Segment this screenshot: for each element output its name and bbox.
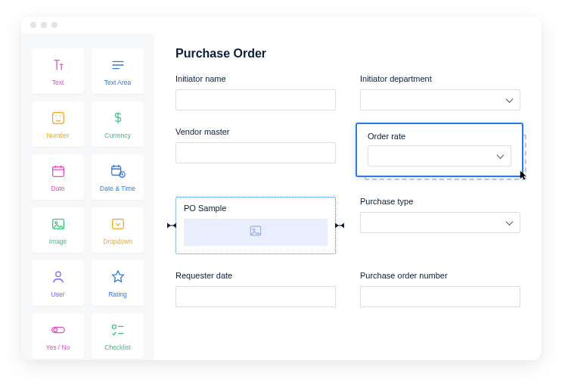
palette-item-text[interactable]: Text	[32, 48, 84, 94]
textarea-icon	[109, 56, 127, 74]
field-label: Purchase order number	[360, 271, 520, 280]
window-titlebar	[21, 17, 542, 33]
field-purchase-type[interactable]: Purchase type	[360, 197, 520, 254]
field-label: PO Sample	[184, 204, 328, 213]
svg-point-7	[54, 222, 57, 224]
palette-item-yesno[interactable]: Yes / No	[32, 313, 84, 359]
resize-handle-right[interactable]	[335, 219, 344, 232]
field-label: Initiator name	[175, 74, 336, 83]
palette-item-image[interactable]: Image	[32, 207, 84, 253]
svg-point-2	[60, 116, 61, 117]
text-icon	[49, 56, 67, 74]
image-icon	[248, 223, 263, 241]
field-purchase-order-number[interactable]: Purchase order number	[360, 271, 520, 307]
field-order-rate-slot: Order rate	[360, 127, 520, 163]
input-requester-date[interactable]	[175, 286, 336, 307]
palette-label: Number	[46, 132, 69, 139]
palette-label: Image	[49, 238, 67, 245]
palette-item-date[interactable]: Date	[32, 154, 84, 200]
window-dot	[41, 22, 47, 28]
field-requester-date[interactable]: Requester date	[175, 271, 336, 307]
svg-point-9	[55, 272, 60, 276]
app-window: Text Text Area Number Currency	[21, 17, 542, 360]
svg-point-1	[55, 116, 56, 117]
field-vendor-master[interactable]: Vendor master	[175, 127, 336, 163]
select-initiator-department[interactable]	[360, 89, 520, 110]
palette-item-rating[interactable]: Rating	[92, 260, 144, 306]
form-title: Purchase Order	[175, 47, 520, 61]
palette-label: Dropdown	[103, 238, 132, 245]
palette-label: Rating	[108, 291, 127, 298]
field-po-sample[interactable]: PO Sample	[175, 197, 336, 254]
image-icon	[49, 215, 67, 233]
palette-item-dropdown[interactable]: Dropdown	[92, 207, 144, 253]
currency-icon	[109, 109, 127, 127]
input-initiator-name[interactable]	[175, 89, 336, 110]
window-dot	[30, 22, 36, 28]
dropdown-icon	[109, 215, 127, 233]
select-order-rate[interactable]	[368, 145, 511, 166]
palette-label: Date & Time	[100, 185, 135, 192]
palette-item-currency[interactable]: Currency	[92, 101, 144, 147]
field-label: Initiator department	[360, 74, 520, 83]
datetime-icon	[109, 162, 127, 180]
rating-icon	[109, 268, 127, 286]
date-icon	[49, 162, 67, 180]
user-icon	[49, 268, 67, 286]
field-initiator-name[interactable]: Initiator name	[175, 74, 336, 110]
cursor-icon	[519, 170, 529, 180]
select-purchase-type[interactable]	[360, 212, 520, 233]
field-label: Vendor master	[175, 127, 336, 136]
field-initiator-department[interactable]: Initiator department	[360, 74, 520, 110]
svg-point-14	[253, 229, 255, 231]
palette-label: User	[51, 291, 65, 298]
checklist-icon	[109, 321, 127, 339]
palette-item-checklist[interactable]: Checklist	[92, 313, 144, 359]
palette-label: Checklist	[104, 344, 130, 351]
field-label: Requester date	[175, 271, 336, 280]
palette-label: Text Area	[104, 79, 131, 86]
palette-label: Date	[51, 185, 65, 192]
number-icon	[49, 109, 67, 127]
input-vendor-master[interactable]	[175, 142, 336, 163]
palette-item-number[interactable]: Number	[32, 101, 84, 147]
svg-point-11	[54, 328, 57, 332]
palette-item-datetime[interactable]: Date & Time	[92, 154, 144, 200]
field-label: Purchase type	[360, 197, 520, 206]
svg-rect-0	[52, 113, 64, 124]
dropzone-body[interactable]	[184, 219, 328, 246]
window-dot	[51, 22, 57, 28]
svg-rect-8	[112, 219, 123, 229]
field-order-rate-dragging[interactable]: Order rate	[356, 123, 523, 177]
field-label: Order rate	[368, 132, 511, 141]
form-canvas[interactable]: Purchase Order Initiator name Initiator …	[154, 33, 542, 360]
palette-label: Yes / No	[46, 344, 70, 351]
svg-rect-12	[112, 325, 116, 329]
palette-item-textarea[interactable]: Text Area	[92, 48, 144, 94]
palette-label: Currency	[104, 132, 130, 139]
svg-rect-3	[52, 167, 64, 177]
toggle-icon	[49, 321, 67, 339]
input-purchase-order-number[interactable]	[360, 286, 520, 307]
palette-item-user[interactable]: User	[32, 260, 84, 306]
field-palette: Text Text Area Number Currency	[21, 33, 154, 360]
resize-handle-left[interactable]	[167, 219, 176, 232]
palette-label: Text	[52, 79, 64, 86]
